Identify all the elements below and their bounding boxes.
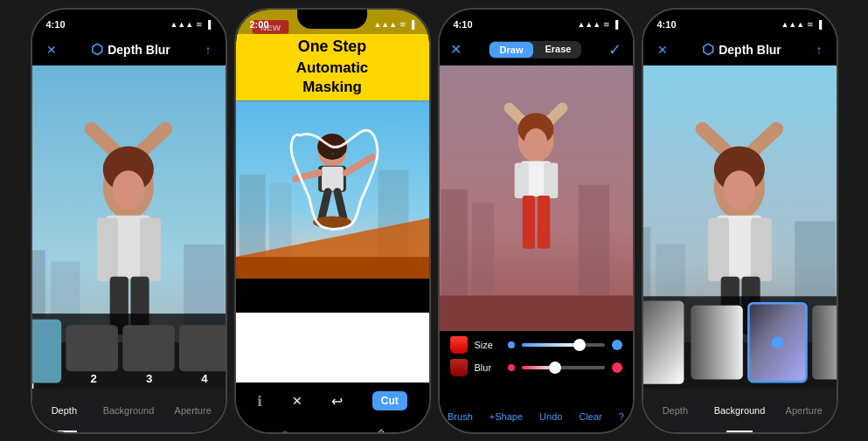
close-btn-2[interactable]: ✕ — [292, 394, 302, 408]
erase-icon: ◇ — [376, 425, 386, 431]
battery-icon-3: ▐ — [613, 20, 618, 29]
signal-icon-2: ▲▲▲ — [373, 20, 397, 29]
tab-depth-4[interactable]: Depth — [643, 389, 708, 432]
notch-3 — [501, 10, 571, 29]
brush-blur-icon — [450, 359, 468, 376]
undo-action[interactable]: Undo — [539, 411, 562, 422]
cube-icon-4: ⬡ — [702, 41, 714, 58]
svg-text:Masking: Masking — [302, 79, 362, 95]
close-icon-3[interactable]: ✕ — [450, 41, 462, 58]
phone-4: 4:10 ▲▲▲ ≋ ▐ ✕ ⬡ Depth Blur ↑ — [642, 8, 838, 434]
close-icon-1[interactable]: ✕ — [46, 43, 57, 57]
svg-rect-83 — [691, 305, 742, 379]
tab-aperture-4[interactable]: Aperture — [772, 389, 837, 432]
svg-text:3: 3 — [145, 372, 151, 385]
undo-btn-2[interactable]: ↩ — [331, 393, 343, 410]
tab-depth-label-1: Depth — [52, 405, 77, 416]
signal-icon-3: ▲▲▲ — [577, 20, 601, 29]
cube-icon-1: ⬡ — [91, 41, 103, 58]
share-icon-1[interactable]: ↑ — [205, 43, 212, 57]
close-icon-4[interactable]: ✕ — [657, 43, 668, 57]
main-image-4 — [643, 65, 837, 389]
bottom-bar-3: Brush +Shape Undo Clear ? — [440, 401, 633, 432]
svg-rect-76 — [751, 217, 772, 281]
svg-rect-17 — [32, 319, 61, 382]
status-time-3: 4:10 — [454, 19, 473, 30]
wifi-icon-2: ≋ — [399, 20, 406, 29]
shape-action[interactable]: +Shape — [490, 411, 523, 422]
main-image-1: 1 2 3 4 — [32, 65, 226, 389]
tab-background-1[interactable]: Background — [96, 389, 161, 432]
status-time-1: 4:10 — [46, 19, 66, 30]
notch-4 — [705, 10, 774, 29]
size-slider-thumb[interactable] — [573, 339, 586, 351]
wifi-icon-4: ≋ — [807, 20, 814, 29]
info-btn-2[interactable]: ℹ — [257, 393, 262, 410]
clear-action[interactable]: Clear — [579, 411, 601, 422]
svg-rect-86 — [812, 305, 837, 379]
share-icon-4[interactable]: ↑ — [816, 43, 823, 57]
slider-controls-3: Size Blur — [440, 331, 633, 401]
blur-min-dot — [508, 364, 515, 371]
nav-title-1: ⬡ Depth Blur — [91, 41, 170, 58]
main-image-3 — [440, 65, 633, 331]
seg-control-3[interactable]: Draw Erase — [489, 41, 582, 59]
blur-slider-thumb[interactable] — [549, 362, 561, 374]
signal-icon-1: ▲▲▲ — [170, 20, 193, 29]
signal-icon-4: ▲▲▲ — [781, 20, 804, 29]
svg-rect-33 — [269, 183, 291, 256]
svg-rect-63 — [538, 195, 550, 248]
tab-underline-1 — [51, 431, 77, 432]
svg-rect-53 — [440, 65, 633, 331]
toolbar-2: ℹ ✕ ↩ Cut — [236, 382, 429, 419]
blur-max-dot — [612, 362, 622, 373]
help-action[interactable]: ? — [619, 411, 624, 422]
svg-rect-21 — [122, 325, 174, 371]
svg-rect-10 — [97, 217, 118, 281]
tab-bg-label-4: Background — [714, 405, 766, 416]
brush-action[interactable]: Brush — [448, 411, 473, 422]
bottom-tabs-1: Depth Background Aperture — [32, 389, 226, 432]
size-label: Size — [475, 340, 501, 350]
tab-underline-4 — [726, 431, 753, 432]
svg-point-80 — [723, 170, 755, 210]
svg-text:Automatic: Automatic — [295, 59, 368, 75]
tab-depth-1[interactable]: Depth — [32, 389, 97, 432]
outline-icon: ○ — [281, 426, 289, 432]
nav-3: ✕ Draw Erase ✓ — [440, 34, 633, 65]
tab-aperture-1[interactable]: Aperture — [161, 389, 226, 432]
blur-slider-row: Blur — [450, 359, 622, 376]
seg-draw[interactable]: Draw — [490, 42, 534, 58]
outline-tool[interactable]: ○ Outline — [273, 426, 298, 432]
nav-bar-1: ✕ ⬡ Depth Blur ↑ — [32, 34, 226, 65]
status-icons-1: ▲▲▲ ≋ ▐ — [170, 20, 211, 29]
svg-rect-60 — [514, 162, 528, 198]
tab-depth-label-4: Depth — [663, 405, 688, 416]
tab-background-4[interactable]: Background — [707, 389, 772, 432]
size-slider-track[interactable] — [522, 343, 605, 347]
erase-tool[interactable]: ◇ Erase — [372, 425, 392, 431]
tab-bg-label-1: Background — [103, 405, 155, 416]
blur-slider-track[interactable] — [522, 366, 605, 369]
size-min-dot — [508, 341, 515, 348]
svg-point-15 — [112, 170, 144, 210]
phone-1: 4:10 ▲▲▲ ≋ ▐ ✕ ⬡ Depth Blur ↑ — [31, 8, 227, 434]
status-time-4: 4:10 — [657, 19, 677, 30]
svg-rect-38 — [322, 166, 344, 190]
svg-rect-19 — [66, 325, 117, 371]
check-icon-3[interactable]: ✓ — [608, 40, 621, 59]
status-icons-3: ▲▲▲ ≋ ▐ — [577, 20, 618, 29]
svg-rect-45 — [324, 150, 331, 155]
nav-bar-4: ✕ ⬡ Depth Blur ↑ — [643, 34, 837, 65]
seg-erase[interactable]: Erase — [534, 41, 581, 59]
battery-icon-2: ▐ — [409, 20, 414, 29]
svg-text:4: 4 — [201, 372, 208, 385]
cut-btn-2[interactable]: Cut — [372, 391, 407, 410]
wifi-icon-3: ≋ — [603, 20, 610, 29]
svg-point-65 — [524, 127, 546, 155]
svg-rect-23 — [178, 325, 225, 371]
tab-aperture-label-4: Aperture — [786, 405, 823, 416]
svg-rect-82 — [643, 300, 684, 383]
status-icons-4: ▲▲▲ ≋ ▐ — [781, 20, 822, 29]
wifi-icon-1: ≋ — [196, 20, 203, 29]
